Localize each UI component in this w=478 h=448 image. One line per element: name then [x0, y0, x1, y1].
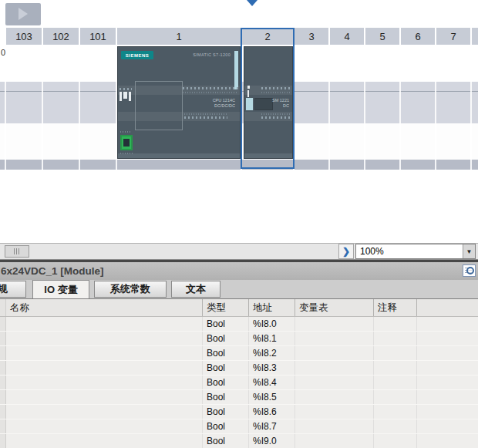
row-gutter [0, 299, 6, 316]
expand-chevron-button[interactable]: ❯ [338, 244, 354, 259]
column-header-name[interactable]: 名称 [6, 299, 202, 316]
io-tag-row[interactable]: Bool %I8.5 [0, 390, 478, 405]
slot-separator [241, 45, 242, 170]
io-tag-row[interactable]: Bool %I8.7 [0, 419, 478, 434]
properties-header: 6x24VDC_1 [Module] [0, 262, 478, 280]
module-label-window [254, 98, 273, 110]
io-tag-row[interactable]: Bool %I8.0 [0, 317, 478, 332]
cell-address: %I8.7 [248, 419, 295, 433]
cell-tag-table [295, 346, 373, 360]
column-header-tag-table[interactable]: 变量表 [295, 299, 373, 316]
cpu-bottom-edge [118, 153, 240, 158]
zoom-dropdown-button[interactable]: ▼ [463, 244, 475, 258]
cell-tag-table [295, 376, 373, 389]
slot-separator [79, 45, 80, 170]
profinet-port [120, 135, 133, 150]
cell-empty [416, 434, 478, 448]
column-header-type[interactable]: 类型 [202, 299, 248, 316]
column-header-address[interactable]: 地址 [248, 299, 295, 316]
signal-module-image[interactable]: SM 1221 DC [244, 46, 293, 159]
horizontal-scrollbar: ❯ 100% ▼ [0, 243, 478, 260]
cell-name [6, 361, 202, 375]
row-gutter [0, 405, 6, 419]
cell-name [6, 405, 202, 419]
slot-header-6[interactable]: 6 [401, 28, 435, 45]
cell-tag-table [295, 332, 373, 345]
cell-comment [373, 390, 416, 404]
slot-separator [399, 45, 401, 170]
cell-address: %I8.4 [248, 376, 295, 389]
tab-io-变量[interactable]: IO 变量 [32, 280, 89, 298]
cell-comment [373, 332, 416, 345]
cell-type: Bool [202, 376, 248, 389]
cell-type: Bool [202, 419, 248, 433]
cell-name [6, 346, 202, 360]
port-label-dots [120, 131, 131, 133]
scrollbar-thumb[interactable] [5, 245, 29, 258]
slot-header-5[interactable]: 5 [365, 28, 399, 45]
slot-header-103[interactable]: 103 [6, 28, 42, 45]
rack-nav-button[interactable] [5, 3, 41, 25]
cpu-spec-label: DC/DC/DC [213, 103, 235, 109]
terminal-label-dots [183, 92, 238, 93]
io-tag-row[interactable]: Bool %I8.2 [0, 346, 478, 361]
cell-address: %I8.5 [248, 390, 295, 404]
slot-header-3[interactable]: 3 [295, 28, 328, 45]
cell-type: Bool [202, 405, 248, 419]
tab-文本[interactable]: 文本 [171, 281, 220, 298]
cell-type: Bool [202, 361, 248, 375]
terminal-dots [184, 116, 227, 119]
slot-header-2[interactable]: 2 [242, 28, 293, 45]
zoom-select[interactable]: 100% ▼ [355, 244, 476, 259]
cpu-connector-bar [234, 51, 238, 89]
cell-tag-table [295, 390, 373, 404]
play-arrow-icon [19, 8, 28, 20]
memory-card-door [135, 81, 183, 130]
slot-separator [364, 45, 365, 170]
tab-系统常数[interactable]: 系统常数 [94, 281, 167, 298]
io-tag-row[interactable]: Bool %I8.4 [0, 376, 478, 390]
properties-tab-bar: 规IO 变量系统常数文本 [0, 280, 478, 299]
cell-comment [373, 346, 416, 360]
slot-header-102[interactable]: 102 [43, 28, 79, 45]
io-tag-row[interactable]: Bool %I8.1 [0, 332, 478, 346]
rack-band-footer [0, 160, 478, 170]
slot-header-1[interactable]: 1 [117, 28, 241, 45]
cell-comment [373, 405, 416, 419]
module-spec-label: DC [272, 103, 289, 109]
terminal-label-dots [184, 113, 227, 115]
rack: 1031021011234567 0 SIEMENS SIMATIC S7-12… [0, 28, 478, 170]
column-header-empty [416, 299, 478, 316]
cell-type: Bool [202, 434, 248, 448]
tab-general-partial[interactable]: 规 [0, 281, 26, 298]
io-tag-row[interactable]: Bool %I9.0 [0, 434, 478, 448]
cell-address: %I8.2 [248, 346, 295, 360]
properties-window-icon[interactable] [463, 264, 476, 277]
cpu-device-image[interactable]: SIEMENS SIMATIC S7-1200 CPU 1214C DC/DC/… [117, 46, 241, 159]
slot-header-partial[interactable] [472, 28, 478, 45]
cell-tag-table [295, 405, 373, 419]
slot-header-4[interactable]: 4 [330, 28, 364, 45]
row-gutter [0, 317, 6, 331]
cell-comment [373, 317, 416, 331]
terminal-dots [261, 87, 291, 89]
slot-separator [293, 45, 295, 170]
row-gutter [0, 376, 6, 389]
grip-icon [14, 248, 21, 254]
io-tag-row[interactable]: Bool %I8.6 [0, 405, 478, 419]
slot-header-101[interactable]: 101 [80, 28, 116, 45]
terminal-dots [120, 88, 132, 90]
io-tags-table: 名称 类型 地址 变量表 注释 Bool %I8.0 Bool %I8.1 Bo… [0, 299, 478, 448]
slot-header-7[interactable]: 7 [436, 28, 470, 45]
magnifier-icon [466, 267, 474, 275]
cell-name [6, 317, 202, 331]
cell-comment [373, 361, 416, 375]
column-header-comment[interactable]: 注释 [373, 299, 416, 316]
cell-comment [373, 419, 416, 433]
profinet-jack [123, 139, 130, 147]
rack-number-label: 0 [1, 48, 5, 57]
io-tag-row[interactable]: Bool %I8.3 [0, 361, 478, 376]
cell-empty [416, 346, 478, 360]
caret-down-icon: ▼ [466, 248, 473, 255]
module-bottom-edge [244, 153, 292, 158]
